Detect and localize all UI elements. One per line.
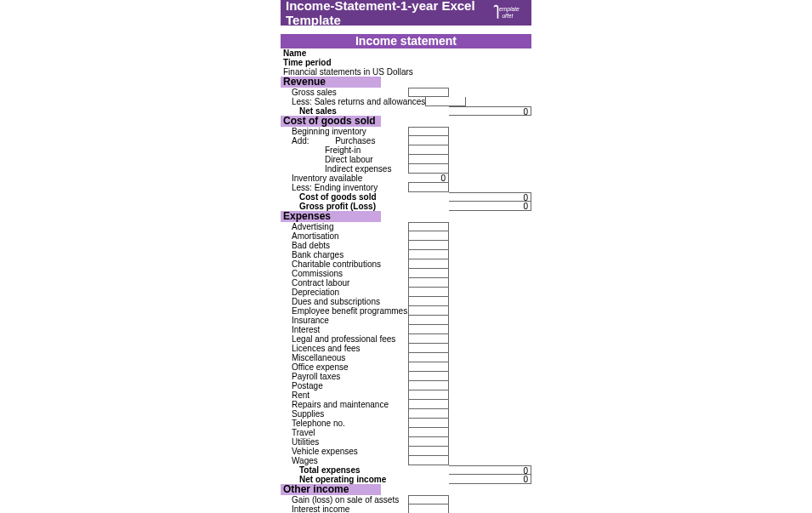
- input-expense[interactable]: [408, 306, 449, 316]
- statement-heading: Income statement: [281, 34, 531, 48]
- input-expense[interactable]: [408, 269, 449, 278]
- input-gross-sales[interactable]: [408, 88, 449, 97]
- calc-net-sales: 0: [449, 106, 531, 116]
- title-bar: Income-Statement-1-year Excel Template e…: [281, 0, 531, 26]
- label-freight: Freight-in: [281, 145, 408, 155]
- label-expense: Bad debts: [281, 241, 408, 250]
- label-gross-sales: Gross sales: [281, 88, 408, 97]
- label-expense: Telephone no.: [281, 419, 408, 428]
- input-less-returns[interactable]: [425, 97, 466, 106]
- label-expense: Vehicle expenses: [281, 447, 408, 456]
- svg-text:emplate: emplate: [499, 6, 520, 13]
- label-total-expenses: Total expenses: [281, 465, 408, 475]
- label-expense: Licences and fees: [281, 344, 408, 353]
- label-less-end-inv: Less: Ending inventory: [281, 183, 408, 192]
- label-expense: Advertising: [281, 222, 408, 231]
- label-inv-avail: Inventory available: [281, 174, 408, 183]
- input-expense[interactable]: [408, 456, 449, 465]
- input-expense[interactable]: [408, 353, 449, 362]
- label-expense: Postage: [281, 381, 408, 390]
- input-expense[interactable]: [408, 400, 449, 409]
- input-expense[interactable]: [408, 222, 449, 231]
- label-expense: Employee benefit programmes: [281, 306, 408, 316]
- input-expense[interactable]: [408, 419, 449, 428]
- input-expense[interactable]: [408, 437, 449, 447]
- input-expense[interactable]: [408, 288, 449, 297]
- label-expense: Charitable contributions: [281, 259, 408, 269]
- label-expense: Travel: [281, 428, 408, 437]
- label-expense: Amortisation: [281, 231, 408, 241]
- input-purchases[interactable]: [408, 136, 449, 145]
- label-expense: Interest: [281, 325, 408, 334]
- meta-name: Name: [281, 48, 408, 58]
- label-direct-labour: Direct labour: [281, 155, 408, 164]
- input-expense[interactable]: [408, 259, 449, 269]
- input-expense[interactable]: [408, 344, 449, 353]
- label-expense: Repairs and maintenance: [281, 400, 408, 409]
- svg-text:uffet: uffet: [502, 13, 514, 19]
- input-indirect-exp[interactable]: [408, 164, 449, 174]
- calc-cogs-total: 0: [449, 192, 531, 202]
- input-expense[interactable]: [408, 231, 449, 241]
- section-revenue: Revenue: [281, 77, 381, 88]
- label-expense: Utilities: [281, 437, 408, 447]
- spreadsheet: Income-Statement-1-year Excel Template e…: [281, 0, 531, 513]
- input-expense[interactable]: [408, 372, 449, 381]
- calc-net-operating: 0: [449, 475, 531, 484]
- section-cogs: Cost of goods sold: [281, 116, 381, 127]
- input-expense[interactable]: [408, 250, 449, 259]
- input-expense[interactable]: [408, 409, 449, 419]
- label-interest-income: Interest income: [281, 504, 408, 513]
- input-direct-labour[interactable]: [408, 155, 449, 164]
- input-gain-loss[interactable]: [408, 495, 449, 504]
- input-end-inv[interactable]: [408, 183, 449, 192]
- calc-inv-avail: 0: [408, 174, 449, 183]
- label-gain-loss: Gain (loss) on sale of assets: [281, 495, 408, 504]
- input-expense[interactable]: [408, 390, 449, 400]
- input-expense[interactable]: [408, 278, 449, 288]
- input-expense[interactable]: [408, 447, 449, 456]
- input-expense[interactable]: [408, 297, 449, 306]
- calc-gross-profit: 0: [449, 202, 531, 211]
- label-expense: Rent: [281, 390, 408, 400]
- input-expense[interactable]: [408, 316, 449, 325]
- label-expense: Miscellaneous: [281, 353, 408, 362]
- section-other-income: Other income: [281, 484, 381, 495]
- label-beg-inv: Beginning inventory: [281, 127, 408, 136]
- input-beg-inv[interactable]: [408, 127, 449, 136]
- label-expense: Payroll taxes: [281, 372, 408, 381]
- input-expense[interactable]: [408, 325, 449, 334]
- label-expense: Commissions: [281, 269, 408, 278]
- label-add: Add: Purchases: [281, 136, 408, 145]
- input-expense[interactable]: [408, 362, 449, 372]
- label-less-returns: Less: Sales returns and allowances: [281, 97, 425, 106]
- label-expense: Supplies: [281, 409, 408, 419]
- label-indirect-exp: Indirect expenses: [281, 164, 408, 174]
- input-expense[interactable]: [408, 241, 449, 250]
- label-expense: Depreciation: [281, 288, 408, 297]
- input-expense[interactable]: [408, 334, 449, 344]
- input-expense[interactable]: [408, 381, 449, 390]
- label-expense: Legal and professional fees: [281, 334, 408, 344]
- label-expense: Contract labour: [281, 278, 408, 288]
- template-title: Income-Statement-1-year Excel Template: [286, 0, 491, 27]
- template-buffet-logo: emplate uffet: [491, 3, 526, 23]
- input-interest-income[interactable]: [408, 504, 449, 513]
- section-expenses: Expenses: [281, 211, 381, 222]
- input-expense[interactable]: [408, 428, 449, 437]
- label-expense: Dues and subscriptions: [281, 297, 408, 306]
- label-expense: Office expense: [281, 362, 408, 372]
- label-expense: Bank charges: [281, 250, 408, 259]
- label-cogs-total: Cost of goods sold: [281, 192, 408, 202]
- calc-total-expenses: 0: [449, 465, 531, 475]
- label-expense: Wages: [281, 456, 408, 465]
- meta-period: Time period: [281, 58, 408, 67]
- label-expense: Insurance: [281, 316, 408, 325]
- input-freight[interactable]: [408, 145, 449, 155]
